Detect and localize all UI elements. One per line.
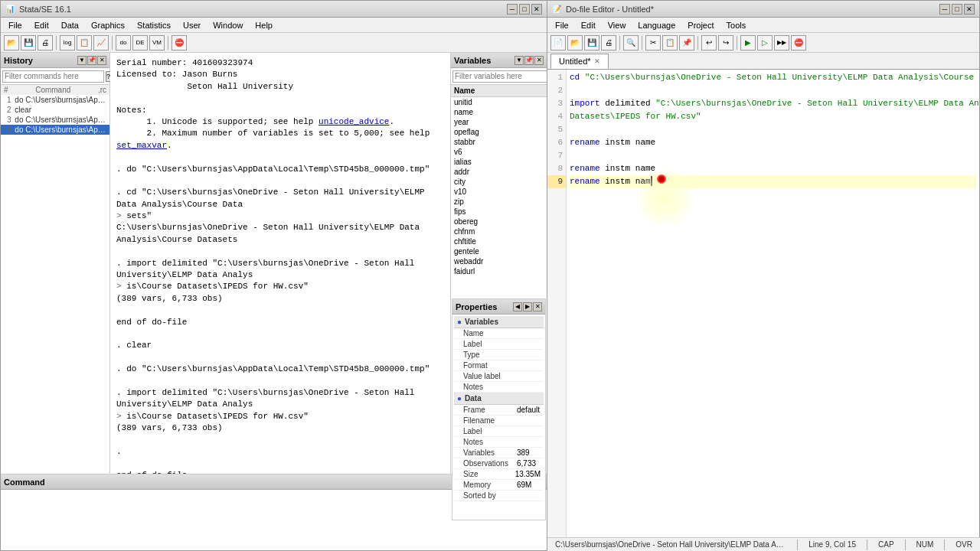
code-area[interactable]: cd "C:\Users\burnsjas\OneDrive - Seton H… — [567, 70, 979, 550]
history-pin-btn[interactable]: 📌 — [87, 56, 96, 65]
var-item-fips[interactable]: fips — [451, 207, 547, 217]
toolbar-print-btn[interactable]: 🖨 — [38, 35, 53, 51]
dofile-menu-edit[interactable]: Edit — [575, 19, 602, 31]
toolbar-save-btn[interactable]: 💾 — [21, 35, 36, 51]
toolbar-log-btn[interactable]: log — [60, 35, 75, 51]
dofile-new-btn[interactable]: 📄 — [550, 35, 566, 51]
menu-window[interactable]: Window — [207, 19, 249, 31]
dofile-redo-btn[interactable]: ↪ — [718, 35, 733, 51]
var-item-webaddr[interactable]: webaddr — [451, 256, 547, 266]
dofile-menu-tools[interactable]: Tools — [720, 19, 753, 31]
dofile-paste-btn[interactable]: 📌 — [679, 35, 694, 51]
var-item-stabbr[interactable]: stabbr — [451, 137, 547, 147]
dofile-menu-language[interactable]: Language — [632, 19, 681, 31]
prop-section-variables[interactable]: ● Variables — [454, 316, 544, 328]
stata-minimize-button[interactable]: ─ — [507, 4, 518, 15]
var-item-chftitle[interactable]: chftitle — [451, 236, 547, 246]
link-unicode[interactable]: unicode_advice — [318, 117, 389, 126]
stata-close-button[interactable]: ✕ — [531, 4, 542, 15]
var-item-chfnm[interactable]: chfnm — [451, 227, 547, 236]
history-item-2[interactable]: 2 clear — [1, 105, 109, 115]
toolbar-doeditor-btn[interactable]: do — [116, 35, 131, 51]
link-setmaxvar[interactable]: set_maxvar — [116, 141, 167, 150]
dofile-print-btn[interactable]: 🖨 — [601, 35, 616, 51]
dofile-window-controls[interactable]: ─ □ ✕ — [939, 4, 975, 15]
properties-list: ● Variables Name Label Type Format — [452, 315, 545, 520]
properties-close-btn[interactable]: ✕ — [533, 302, 542, 311]
toolbar-break-btn[interactable]: ⛔ — [172, 35, 187, 51]
menu-statistics[interactable]: Statistics — [131, 19, 177, 31]
variables-filter-btn[interactable]: ▼ — [514, 56, 524, 65]
toolbar-varmanager-btn[interactable]: VM — [149, 35, 165, 51]
menu-graphics[interactable]: Graphics — [85, 19, 131, 31]
prop-row-valuelabel: Value label — [454, 371, 544, 382]
history-filter-btn[interactable]: ▼ — [77, 56, 87, 65]
dofile-open-btn[interactable]: 📂 — [567, 35, 583, 51]
var-item-unitid[interactable]: unitid — [451, 97, 547, 107]
var-item-faidurl[interactable]: faidurl — [451, 266, 547, 276]
dofile-run-btn[interactable]: ▶ — [740, 35, 756, 51]
menu-help[interactable]: Help — [249, 19, 279, 31]
var-item-addr[interactable]: addr — [451, 167, 547, 177]
dofile-menu-view[interactable]: View — [602, 19, 632, 31]
menu-user[interactable]: User — [177, 19, 207, 31]
menu-edit[interactable]: Edit — [28, 19, 55, 31]
output-cmd1: . do "C:\Users\burnsjas\AppData\Local\Te… — [116, 164, 444, 175]
prop-value-memory: 69M — [517, 481, 541, 489]
var-item-opeflag[interactable]: opeflag — [451, 127, 547, 137]
prop-row-label-data: Label — [454, 426, 544, 437]
dofile-menu-project[interactable]: Project — [681, 19, 720, 31]
dofile-tab-untitled[interactable]: Untitled* ✕ — [550, 54, 609, 69]
stata-menu-bar: File Edit Data Graphics Statistics User … — [1, 18, 547, 33]
var-item-ialias[interactable]: ialias — [451, 157, 547, 167]
var-item-v6[interactable]: v6 — [451, 147, 547, 157]
toolbar-viewer-btn[interactable]: 📋 — [77, 35, 92, 51]
dofile-tab-close[interactable]: ✕ — [594, 57, 600, 65]
dofile-copy-btn[interactable]: 📋 — [662, 35, 678, 51]
output-import1: . import delimited "C:\Users\burnsjas\On… — [116, 258, 444, 282]
history-search-input[interactable] — [2, 70, 104, 83]
menu-data[interactable]: Data — [55, 19, 85, 31]
dofile-runall-btn[interactable]: ▶▶ — [774, 35, 789, 51]
dofile-title: Do-file Editor - Untitled* — [566, 5, 654, 14]
stata-maximize-button[interactable]: □ — [519, 4, 530, 15]
properties-next-btn[interactable]: ▶ — [523, 302, 532, 311]
history-item-4[interactable]: 4 do C:\Users\burnsjas\App... — [1, 125, 109, 135]
dofile-close-button[interactable]: ✕ — [964, 4, 975, 15]
variables-close-btn[interactable]: ✕ — [534, 56, 544, 65]
var-item-obereg[interactable]: obereg — [451, 217, 547, 227]
var-item-name[interactable]: name — [451, 107, 547, 117]
var-item-city[interactable]: city — [451, 177, 547, 187]
dofile-break-btn[interactable]: ⛔ — [791, 35, 806, 51]
dofile-undo-btn[interactable]: ↩ — [701, 35, 717, 51]
dofile-find-btn[interactable]: 🔍 — [623, 35, 639, 51]
dofile-maximize-button[interactable]: □ — [952, 4, 962, 15]
var-item-gentele[interactable]: gentele — [451, 246, 547, 256]
var-item-year[interactable]: year — [451, 117, 547, 127]
toolbar-dateeditor-btn[interactable]: DE — [132, 35, 148, 51]
history-close-btn[interactable]: ✕ — [97, 56, 106, 65]
variables-pin-btn[interactable]: 📌 — [524, 56, 534, 65]
var-item-zip[interactable]: zip — [451, 197, 547, 207]
dofile-runsel-btn[interactable]: ▷ — [757, 35, 773, 51]
toolbar-open-btn[interactable]: 📂 — [4, 35, 19, 51]
variables-title: Variables — [454, 56, 491, 65]
properties-prev-btn[interactable]: ◀ — [513, 302, 522, 311]
status-path: C:\Users\burnsjas\OneDrive - Seton Hall … — [552, 540, 789, 549]
variables-search-input[interactable] — [452, 70, 547, 83]
menu-file[interactable]: File — [2, 19, 28, 31]
dofile-cut-btn[interactable]: ✂ — [645, 35, 661, 51]
history-item-1[interactable]: 1 do C:\Users\burnsjas\App... — [1, 95, 109, 105]
prop-section-data[interactable]: ● Data — [454, 393, 544, 405]
status-ovr: OVR — [952, 540, 975, 549]
var-item-v10[interactable]: v10 — [451, 187, 547, 197]
dofile-menu-file[interactable]: File — [549, 19, 575, 31]
toolbar-graph-btn[interactable]: 📈 — [93, 35, 109, 51]
dofile-minimize-button[interactable]: ─ — [939, 4, 950, 15]
editor-area[interactable]: 1 2 3 4 5 6 7 8 9 cd "C:\Users\burnsjas\… — [547, 70, 979, 550]
history-item-3[interactable]: 3 do C:\Users\burnsjas\App... — [1, 115, 109, 125]
code-line-2 — [570, 84, 976, 97]
dofile-save-btn[interactable]: 💾 — [584, 35, 599, 51]
output-serial: Serial number: 401609323974 — [116, 57, 444, 69]
stata-window-controls[interactable]: ─ □ ✕ — [507, 4, 542, 15]
